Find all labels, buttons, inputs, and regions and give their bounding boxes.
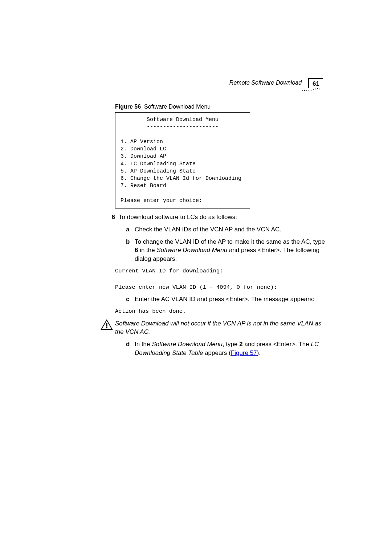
page-header: Remote Software Download 61: [229, 78, 323, 88]
substep-text: Enter the AC VLAN ID and press <Enter>. …: [135, 295, 314, 304]
substep-text: To change the VLAN ID of the AP to make …: [135, 238, 326, 263]
header-dots: [301, 87, 323, 93]
step-6: 6 To download software to LCs do as foll…: [115, 213, 326, 222]
page-content: Figure 56 Software Download Menu Softwar…: [115, 104, 326, 357]
svg-point-2: [306, 90, 307, 91]
substep-text: In the Software Download Menu, type 2 an…: [135, 340, 326, 357]
step-text: To download software to LCs do as follow…: [119, 213, 237, 222]
svg-rect-11: [106, 327, 107, 328]
svg-point-6: [315, 89, 316, 89]
step-number: 6: [105, 213, 119, 222]
svg-point-1: [304, 90, 305, 91]
substep-d: d In the Software Download Menu, type 2 …: [115, 340, 326, 357]
substep-letter: a: [126, 225, 135, 234]
substep-c: c Enter the AC VLAN ID and press <Enter>…: [115, 295, 326, 304]
caution-icon: [101, 319, 115, 337]
dialog-output-2: Action has been done.: [115, 307, 326, 315]
substep-letter: b: [126, 238, 135, 263]
caution-text: Software Download will not occur if the …: [115, 319, 326, 337]
figure-label-text: Software Download Menu: [144, 104, 211, 110]
substep-letter: d: [126, 340, 135, 357]
figure-56-caption: Figure 56 Software Download Menu: [115, 104, 326, 110]
substep-a: a Check the VLAN IDs of the VCN AP and t…: [115, 225, 326, 234]
svg-point-5: [313, 89, 314, 90]
svg-point-3: [309, 90, 309, 91]
caution-note: Software Download will not occur if the …: [101, 319, 326, 337]
substep-b: b To change the VLAN ID of the AP to mak…: [115, 238, 326, 263]
svg-rect-10: [106, 323, 107, 327]
substep-text: Check the VLAN IDs of the VCN AP and the…: [135, 225, 281, 234]
svg-point-0: [302, 90, 303, 91]
svg-point-4: [311, 90, 311, 91]
dialog-output-1: Current VLAN ID for downloading: Please …: [115, 267, 326, 291]
page-number: 61: [308, 78, 323, 88]
substep-letter: c: [126, 295, 135, 304]
svg-point-7: [317, 88, 318, 89]
svg-point-8: [319, 89, 320, 89]
header-title: Remote Software Download: [229, 78, 302, 86]
figure-label-bold: Figure 56: [115, 104, 141, 110]
figure-56-codebox: Software Download Menu -----------------…: [115, 112, 250, 208]
figure-57-link[interactable]: Figure 57: [231, 349, 257, 356]
